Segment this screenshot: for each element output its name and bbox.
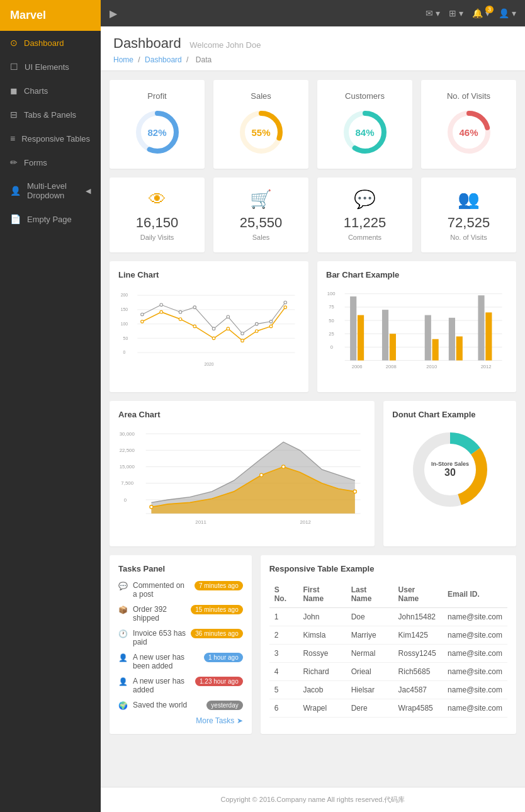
table-cell: name@site.com [443, 645, 507, 663]
svg-point-23 [212, 327, 215, 330]
svg-point-34 [227, 327, 230, 330]
task-text: Invoice 653 has paid [133, 629, 186, 646]
table-cell: Wrap4585 [393, 699, 443, 718]
sidebar-item-multi-level-dropdown[interactable]: 👤 Multi-Level Dropdown ◀ [0, 174, 101, 207]
table-cell: 1 [269, 608, 298, 626]
user-header-icon[interactable]: 👤 ▾ [499, 8, 516, 18]
task-text: Saved the world [133, 701, 201, 709]
area-chart-title: Area Chart [118, 410, 366, 419]
breadcrumb-dashboard[interactable]: Dashboard [145, 55, 182, 64]
welcome-text: Welcome John Doe [189, 40, 261, 50]
task-text: Commented on a post [133, 581, 189, 599]
sidebar-item-label: Dashboard [24, 38, 64, 48]
task-text: Order 392 shipped [133, 605, 186, 623]
sidebar-item-forms[interactable]: ✏ Forms [0, 150, 101, 174]
svg-text:15,000: 15,000 [120, 465, 135, 470]
sidebar-item-tabs-panels[interactable]: ⊟ Tabs & Panels [0, 103, 101, 127]
task-item: 💬 Commented on a post 7 minutes ago [118, 581, 243, 599]
bar-chart-card: Bar Chart Example 100 75 50 25 0 [317, 261, 516, 392]
table-cell: 4 [269, 663, 298, 681]
sales-icon-label: Sales [225, 234, 297, 241]
col-header-sno: S No. [269, 581, 298, 608]
table-cell: John [298, 608, 346, 626]
tasks-panel-title: Tasks Panel [118, 564, 243, 573]
grid-header-icon[interactable]: ⊞ ▾ [449, 8, 463, 18]
sales-icon-value: 25,550 [225, 215, 297, 231]
sidebar-toggle[interactable]: ▶ [110, 8, 117, 20]
table-row: 4RichardOriealRich5685name@site.com [269, 663, 507, 681]
table-cell: 5 [269, 681, 298, 699]
sidebar-item-charts[interactable]: ◼ Charts [0, 79, 101, 103]
table-cell: 3 [269, 645, 298, 663]
comment-task-icon: 💬 [118, 582, 128, 590]
svg-point-37 [269, 325, 273, 328]
svg-text:2006: 2006 [352, 364, 363, 369]
dashboard-icon: ⊙ [10, 38, 18, 48]
table-cell: Rossy1245 [393, 645, 443, 663]
svg-rect-57 [456, 336, 463, 360]
no-visits-value: 46% [459, 127, 478, 138]
svg-text:100: 100 [327, 291, 336, 296]
table-cell: name@site.com [443, 626, 507, 645]
table-cell: Kim1425 [393, 626, 443, 645]
svg-point-38 [284, 306, 287, 309]
svg-point-25 [241, 332, 244, 336]
task-badge: 1 hour ago [204, 653, 243, 662]
line-chart-title: Line Chart [118, 270, 300, 279]
donut-chart-card: Donut Chart Example In-Store Sales 30 [383, 401, 516, 546]
svg-point-33 [212, 337, 215, 340]
customers-value: 84% [355, 127, 374, 138]
svg-point-31 [179, 318, 182, 321]
svg-point-32 [193, 325, 196, 328]
profit-value: 82% [147, 127, 166, 138]
sidebar-item-dashboard[interactable]: ⊙ Dashboard [0, 31, 101, 55]
responsive-table: S No. First Name Last Name User Name Ema… [269, 581, 507, 718]
svg-point-22 [193, 306, 196, 309]
sidebar-item-responsive-tables[interactable]: ≡ Responsive Tables [0, 127, 101, 150]
svg-point-36 [256, 330, 259, 333]
stat-cards-row: Profit 82% Sales 55% [110, 80, 516, 169]
sidebar-item-ui-elements[interactable]: ☐ UI Elements [0, 55, 101, 79]
area-chart-svg: 30,000 22,500 15,000 7,500 0 [118, 426, 366, 536]
customers-card: Customers 84% [317, 80, 412, 169]
daily-visits-label: Daily Visits [121, 234, 193, 241]
svg-point-30 [160, 310, 163, 313]
more-tasks-link[interactable]: More Tasks ➤ [118, 716, 243, 725]
breadcrumb-home[interactable]: Home [113, 55, 133, 64]
svg-rect-56 [449, 318, 455, 361]
col-header-email: Email ID. [443, 581, 507, 608]
table-row: 6WrapelDereWrap4585name@site.com [269, 699, 507, 718]
svg-rect-55 [432, 339, 439, 361]
content-area: Profit 82% Sales 55% [101, 71, 525, 787]
svg-text:7,500: 7,500 [121, 481, 133, 487]
clock-task-icon: 🕐 [118, 629, 128, 638]
visits-card: No. of Visits 46% [421, 80, 516, 169]
bar-chart-title: Bar Chart Example [326, 270, 507, 279]
task-item: 👤 A new user has added 1.23 hour ago [118, 677, 243, 694]
sidebar-item-empty-page[interactable]: 📄 Empty Page [0, 207, 101, 231]
svg-point-19 [141, 313, 144, 316]
area-row: Area Chart 30,000 22,500 15,000 7,500 0 [110, 401, 516, 546]
email-header-icon[interactable]: ✉ ▾ [426, 8, 440, 18]
table-cell: Nermal [346, 645, 393, 663]
sales-value: 55% [251, 127, 270, 138]
svg-text:0: 0 [124, 497, 127, 503]
table-row: 3RossyeNermalRossy1245name@site.com [269, 645, 507, 663]
svg-text:0: 0 [123, 350, 126, 354]
icon-cards-row: 👁 16,150 Daily Visits 🛒 25,550 Sales 💬 1… [110, 178, 516, 252]
task-item: 📦 Order 392 shipped 15 minutes ago [118, 605, 243, 623]
page-header: Dashboard Welcome John Doe Home / Dashbo… [101, 26, 525, 71]
sidebar-item-label: Forms [24, 158, 47, 167]
table-cell: Wrapel [298, 699, 346, 718]
bell-header-icon[interactable]: 🔔 ▾ 3 [472, 8, 490, 18]
task-badge: 15 minutes ago [191, 605, 242, 614]
table-cell: Jac4587 [393, 681, 443, 699]
svg-rect-52 [382, 310, 388, 360]
task-item: 🌍 Saved the world yesterday [118, 701, 243, 710]
tabs-panels-icon: ⊟ [10, 110, 18, 120]
top-header: ▶ ✉ ▾ ⊞ ▾ 🔔 ▾ 3 👤 ▾ [101, 0, 525, 26]
svg-rect-53 [390, 334, 396, 360]
comments-label: Comments [329, 234, 401, 241]
big-donut-wrap: In-Store Sales 30 [392, 426, 507, 514]
world-task-icon: 🌍 [118, 701, 128, 710]
